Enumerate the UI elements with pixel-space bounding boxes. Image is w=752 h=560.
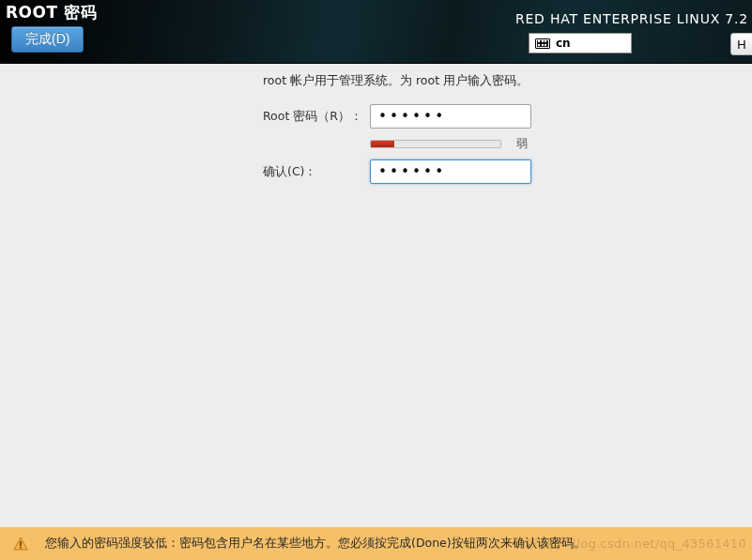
warning-icon [13, 537, 28, 552]
confirm-label: 确认(C)： [263, 164, 370, 180]
header: ROOT 密码 完成(D) RED HAT ENTERPRISE LINUX 7… [0, 0, 752, 64]
keyboard-layout-label: cn [556, 37, 571, 50]
page-title: ROOT 密码 [6, 2, 97, 23]
intro-text: root 帐户用于管理系统。为 root 用户输入密码。 [263, 73, 601, 89]
password-row: Root 密码（R）： [263, 102, 601, 130]
root-password-input[interactable] [370, 104, 531, 129]
keyboard-icon [535, 38, 550, 49]
keyboard-layout-select[interactable]: cn [529, 33, 632, 53]
strength-row: 弱 [370, 136, 601, 152]
confirm-row: 确认(C)： [263, 158, 601, 186]
confirm-password-input[interactable] [370, 159, 531, 184]
done-button[interactable]: 完成(D) [11, 26, 84, 53]
warning-message: 您输入的密码强度较低：密码包含用户名在某些地方。您必须按完成(Done)按钮两次… [45, 536, 586, 552]
strength-meter [370, 140, 501, 148]
root-password-form: root 帐户用于管理系统。为 root 用户输入密码。 Root 密码（R）：… [263, 73, 601, 195]
svg-rect-0 [20, 541, 22, 546]
help-button[interactable]: H [730, 33, 752, 55]
warning-bar: 您输入的密码强度较低：密码包含用户名在某些地方。您必须按完成(Done)按钮两次… [0, 527, 752, 560]
strength-fill [371, 141, 394, 147]
svg-rect-1 [20, 547, 22, 549]
password-label: Root 密码（R）： [263, 109, 370, 125]
distro-label: RED HAT ENTERPRISE LINUX 7.2 [515, 11, 748, 26]
strength-text: 弱 [516, 136, 528, 152]
